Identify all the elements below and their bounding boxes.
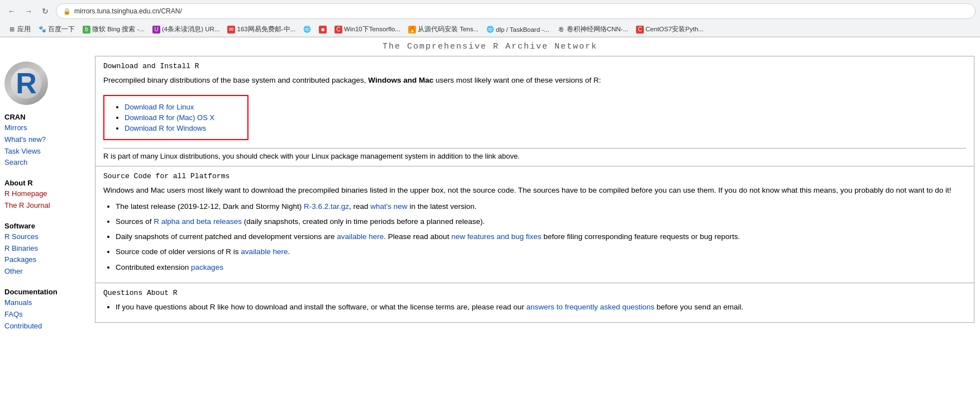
answers-link[interactable]: answers to frequently asked questions [526,303,654,311]
bookmark-centos[interactable]: C CentOS7安装Pyth... [633,24,707,35]
bookmark-cnn-label: 卷积神经网络CNN-... [567,25,628,34]
sidebar-link-rjournal[interactable]: The R Journal [4,200,85,212]
sidebar-link-search[interactable]: Search [4,157,85,169]
forward-button[interactable]: → [21,4,36,18]
bookmark-ur-label: (4条未读消息) UR... [162,25,219,34]
globe1-icon: 🌐 [303,26,311,34]
reload-button[interactable]: ↻ [38,4,52,18]
sidebar-link-packages[interactable]: Packages [4,254,85,266]
list-item: Daily snapshots of current patched and d… [116,231,966,242]
sidebar-link-contributed[interactable]: Contributed [4,321,85,332]
back-button[interactable]: ← [4,4,19,18]
lock-icon: 🔒 [63,8,71,15]
list-item: Download R for Linux [125,103,240,111]
bookmark-dlp-label: dlp / TaskBoard -... [496,26,549,33]
bookmark-163-label: 163网易免费邮-中... [237,25,295,34]
address-bar[interactable]: 🔒 mirrors.tuna.tsinghua.edu.cn/CRAN/ [56,3,976,19]
dlp-icon: 🌐 [486,26,494,34]
bookmark-win10[interactable]: C Win10下Tensorflo... [331,24,404,35]
alpha-beta-link[interactable]: R alpha and beta releases [154,217,242,226]
download-windows-link[interactable]: Download R for Windows [125,124,206,132]
bookmark-apps[interactable]: ⊞ 应用 [4,24,34,35]
bookmark-bing-label: 微软 Bing 搜索 -... [92,25,145,34]
download-list: Download R for Linux Download R for (Mac… [112,103,240,132]
sidebar-link-rsources[interactable]: R Sources [4,231,85,243]
cnn-icon: 卷 [557,26,565,34]
download-mac-link[interactable]: Download R for (Mac) OS X [125,113,214,122]
about-r-label: About R [4,179,85,187]
r-logo-oval: R [4,61,48,105]
sidebar-link-rhomepage[interactable]: R Homepage [4,188,85,200]
source-code-title: Source Code for all Platforms [103,172,966,180]
sidebar-link-mirrors[interactable]: Mirrors [4,122,85,134]
bookmark-cnn[interactable]: 卷 卷积神经网络CNN-... [554,24,632,35]
download-intro-before: Precompiled binary distributions of the … [103,76,368,84]
page-title: The Comprehensive R Archive Network [0,37,980,56]
download-linux-link[interactable]: Download R for Linux [125,103,194,111]
bullet3-after: before filing corresponding feature requ… [542,232,740,241]
content-area: Download and Install R Precompiled binar… [89,56,980,380]
apps-icon: ⊞ [8,26,16,34]
bullet1-middle: , read [349,202,370,211]
bookmark-163[interactable]: ✉ 163网易免费邮-中... [224,24,299,35]
list-item: Download R for Windows [125,124,240,132]
available-here-link2[interactable]: available here [241,247,288,256]
download-intro-text: Precompiled binary distributions of the … [103,75,966,86]
sidebar-link-taskviews[interactable]: Task Views [4,146,85,158]
bing-icon: b [83,26,90,34]
linux-note: R is part of many Linux distributions, y… [103,148,966,160]
bookmarks-bar: ⊞ 应用 🐾 百度一下 b 微软 Bing 搜索 -... U (4条未读消息)… [0,22,980,37]
download-list-box: Download R for Linux Download R for (Mac… [103,95,248,140]
bookmark-tensorflow[interactable]: 🔥 从源代码安装 Tens... [405,24,482,35]
bugfixes-link[interactable]: new features and bug fixes [451,232,541,241]
sidebar-link-manuals[interactable]: Manuals [4,297,85,309]
questions-bullets: If you have questions about R like how t… [103,302,966,313]
whatsnew-link[interactable]: what's new [370,202,407,211]
source-code-intro: Windows and Mac users most likely want t… [103,185,966,196]
sidebar-link-other[interactable]: Other [4,266,85,278]
r362-link[interactable]: R-3.6.2.tar.gz [304,202,349,211]
bullet3-before: Daily snapshots of current patched and d… [116,232,337,241]
bookmark-win10-label: Win10下Tensorflo... [344,25,400,34]
cran-label: CRAN [4,113,85,121]
sidebar-link-faqs[interactable]: FAQs [4,309,85,321]
list-item: The latest release (2019-12-12, Dark and… [116,201,966,212]
bookmark-globe1[interactable]: 🌐 [300,25,314,35]
source-code-box: Source Code for all Platforms Windows an… [95,166,974,283]
url-text: mirrors.tuna.tsinghua.edu.cn/CRAN/ [74,7,182,15]
download-intro-after: users most likely want one of these vers… [433,76,601,84]
list-item: Sources of R alpha and beta releases (da… [116,216,966,227]
bookmark-dlp[interactable]: 🌐 dlp / TaskBoard -... [483,25,553,35]
download-install-box: Download and Install R Precompiled binar… [95,56,974,166]
bookmark-bing[interactable]: b 微软 Bing 搜索 -... [79,24,148,35]
download-box-title: Download and Install R [103,62,966,70]
r-logo: R [4,61,49,106]
questions-text-before: If you have questions about R like how t… [116,303,526,311]
red-box-icon: ■ [319,26,327,34]
source-bullets: The latest release (2019-12-12, Dark and… [103,201,966,273]
available-here-link1[interactable]: available here [337,232,384,241]
bullet3-middle: . Please read about [384,232,451,241]
bullet5-before: Contributed extension [116,263,191,271]
download-bold: Windows and Mac [368,76,433,84]
sidebar-link-rbinaries[interactable]: R Binaries [4,243,85,255]
bookmark-red-box[interactable]: ■ [315,25,330,35]
questions-title: Questions About R [103,289,966,297]
list-item: Contributed extension packages [116,262,966,273]
nav-buttons: ← → ↻ [4,4,52,18]
bookmark-apps-label: 应用 [17,25,31,34]
packages-link[interactable]: packages [191,263,223,271]
bookmark-centos-label: CentOS7安装Pyth... [646,25,704,34]
software-label: Software [4,222,85,230]
list-item: Download R for (Mac) OS X [125,113,240,122]
tensorflow-icon: 🔥 [408,26,416,34]
bookmark-baidu-label: 百度一下 [48,25,75,34]
questions-box: Questions About R If you have questions … [95,283,974,323]
bookmark-ur[interactable]: U (4条未读消息) UR... [149,24,223,35]
baidu-icon: 🐾 [39,26,46,34]
bullet2-after: (daily snapshots, created only in time p… [242,217,485,226]
sidebar-link-whatsnew[interactable]: What's new? [4,134,85,146]
bookmark-baidu[interactable]: 🐾 百度一下 [35,24,78,35]
bullet1-after: in the latest version. [408,202,477,211]
list-item: Source code of older versions of R is av… [116,246,966,257]
